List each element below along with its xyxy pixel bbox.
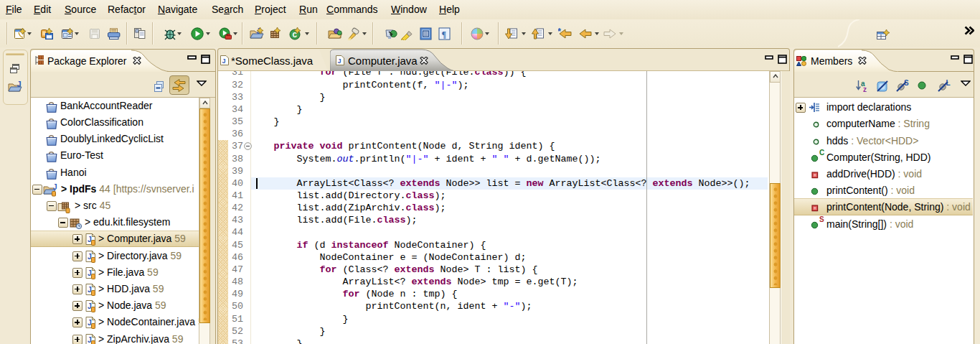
svg-text:J: J: [338, 57, 341, 65]
svg-text:¶: ¶: [442, 29, 446, 39]
svg-text:J: J: [17, 80, 22, 88]
svg-text:J: J: [53, 184, 57, 191]
svg-text:J: J: [222, 57, 226, 65]
svg-text:z: z: [863, 85, 867, 93]
